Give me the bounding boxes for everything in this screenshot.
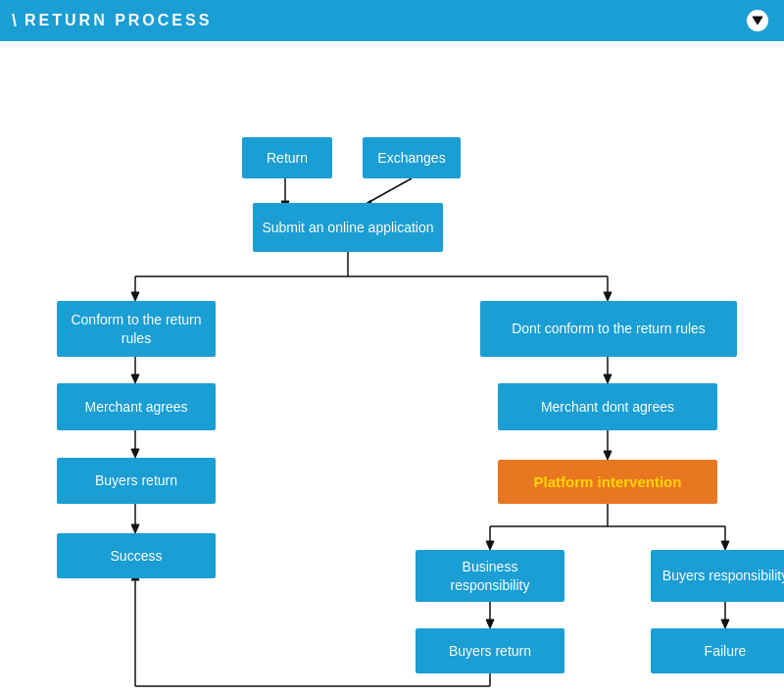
svg-marker-24 [486,541,494,550]
buyers-return-left-box: Buyers return [57,458,216,504]
chevron-down-icon[interactable] [745,8,770,33]
svg-marker-28 [486,620,494,628]
svg-marker-20 [604,451,612,460]
buyers-return-right-box: Buyers return [416,628,564,673]
svg-marker-26 [721,541,729,550]
svg-marker-12 [131,374,139,383]
svg-marker-14 [131,449,139,458]
return-box: Return [242,137,332,178]
exchanges-box: Exchanges [363,137,461,178]
merchant-dont-box: Merchant dont agrees [498,383,717,430]
svg-line-3 [368,178,412,203]
svg-marker-8 [131,292,139,301]
merchant-agrees-box: Merchant agrees [57,383,216,430]
svg-marker-30 [721,620,729,628]
svg-marker-16 [131,524,139,533]
platform-box: Platform intervention [498,460,717,504]
failure-box: Failure [651,628,784,673]
diagram-area: Return Exchanges Submit an online applic… [0,41,784,695]
svg-marker-18 [604,374,612,383]
submit-box: Submit an online application [253,203,443,252]
dont-conform-box: Dont conform to the return rules [480,301,737,357]
header-backslash: \ [12,11,17,31]
conform-box: Conform to the return rules [57,301,216,357]
header-title: RETURN PROCESS [24,12,212,29]
buyers-resp-box: Buyers responsibility [651,550,784,602]
page-header: \ RETURN PROCESS [0,0,784,41]
svg-marker-10 [604,292,612,301]
success-box: Success [57,533,216,578]
business-resp-box: Business responsibility [416,550,564,602]
svg-marker-0 [753,17,762,25]
